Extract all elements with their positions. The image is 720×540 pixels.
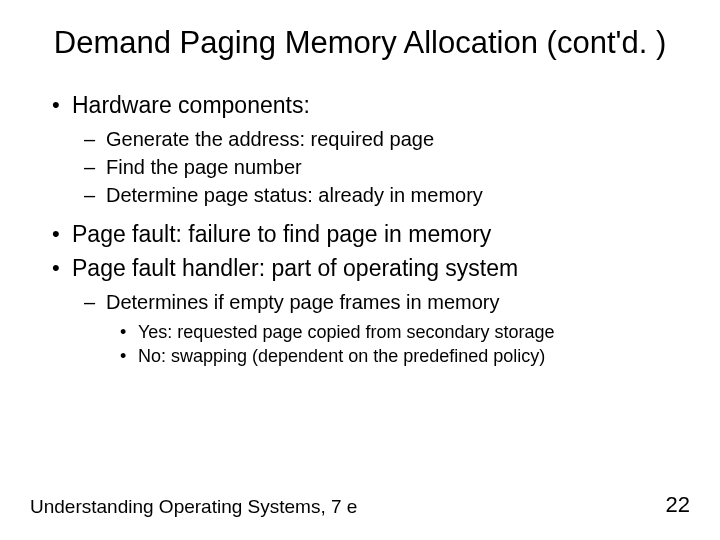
footer: Understanding Operating Systems, 7 e 22: [30, 492, 690, 518]
bullet-level2: Generate the address: required page: [50, 126, 690, 152]
slide-title: Demand Paging Memory Allocation (cont'd.…: [30, 24, 690, 63]
bullet-level1: Page fault handler: part of operating sy…: [50, 254, 690, 283]
bullet-level3: Yes: requested page copied from secondar…: [50, 321, 690, 344]
bullet-level2: Find the page number: [50, 154, 690, 180]
bullet-level2: Determine page status: already in memory: [50, 182, 690, 208]
bullet-level1: Page fault: failure to find page in memo…: [50, 220, 690, 249]
spacer: [50, 210, 690, 220]
page-number: 22: [666, 492, 690, 518]
slide: Demand Paging Memory Allocation (cont'd.…: [0, 0, 720, 540]
bullet-level2: Determines if empty page frames in memor…: [50, 289, 690, 315]
bullet-level1: Hardware components:: [50, 91, 690, 120]
footer-source: Understanding Operating Systems, 7 e: [30, 496, 357, 518]
bullet-level3: No: swapping (dependent on the predefine…: [50, 345, 690, 368]
slide-content: Hardware components: Generate the addres…: [30, 91, 690, 369]
